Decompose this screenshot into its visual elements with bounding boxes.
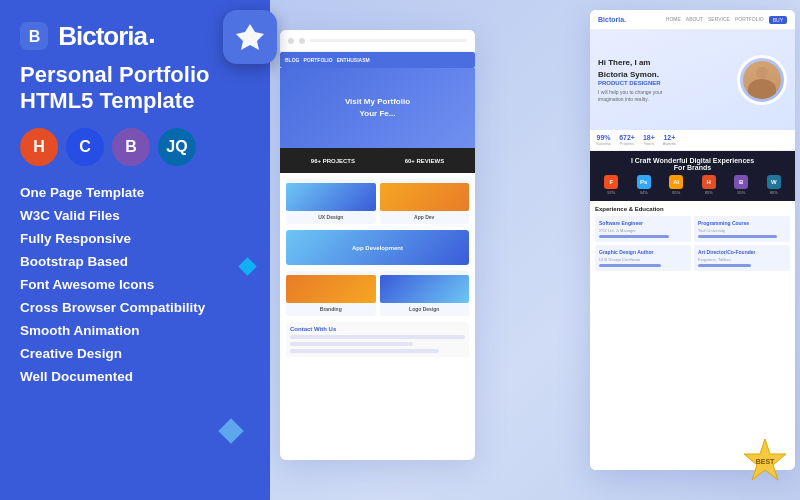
mock-card-2: App Dev [380,179,470,224]
nav-line [310,39,467,42]
mockup-right-dark-section: I Craft Wonderful Digital ExperiencesFor… [590,151,795,201]
mockup-left: BLOG PORTFOLIO ENTHUSIASM Visit My Portf… [280,30,475,460]
mockup-right: Bictoria. HOME ABOUT SERVICE PORTFOLIO B… [590,10,795,470]
feature-well-documented: Well Documented [20,366,250,387]
mock-card-grid: UX Design App Dev [286,179,469,224]
right-panel: BLOG PORTFOLIO ENTHUSIASM Visit My Portf… [270,0,800,500]
mockup-left-body: UX Design App Dev App Development Brandi… [280,173,475,460]
center-badge [223,10,277,64]
mockup-right-avatar [737,55,787,105]
mockup-left-stats: 96+ PROJECTS 60+ REVIEWS [280,148,475,173]
mockup-right-stats-row: 99% Success 672+ Projects 18+ Years 12+ … [590,130,795,151]
deco-diamond-3 [218,418,243,443]
skill-html: H 85% [694,175,725,195]
svg-marker-2 [236,24,264,50]
mock-card-3: Branding [286,271,376,316]
feature-responsive: Fully Responsive [20,228,250,249]
exp-card-2: Programming Course Tech University [694,216,790,242]
mock-card-4: Logo Design [380,271,470,316]
gold-badge: BEST [740,436,790,486]
exp-card-3: Graphic Design Author UUX Design Certifi… [595,245,691,271]
mock-card-grid-2: Branding Logo Design [286,271,469,316]
skill-photoshop: Ps 94% [629,175,660,195]
stat-awards: 12+ Awards [663,134,676,146]
logo-text: B Bictoria. [20,18,155,52]
tech-icons-row: H C B JQ [20,128,250,166]
left-panel: B Bictoria. Personal Portfolio HTML5 Tem… [0,0,270,500]
feature-w3c: W3C Valid Files [20,205,250,226]
mockup-left-nav [280,30,475,52]
jquery-icon: JQ [158,128,196,166]
skills-grid: F 92% Ps 94% Ai 85% H 85% B 95% [596,175,789,195]
exp-card-4: Art Director/Co-Founder Kingstone, Talib… [694,245,790,271]
mockup-right-hero-text: Hi There, I amBictoria Symon. PRODUCT DE… [598,57,731,102]
feature-creative-design: Creative Design [20,343,250,364]
html5-icon: H [20,128,58,166]
stat-experience: 18+ Years [643,134,655,146]
features-list: One Page Template W3C Valid Files Fully … [20,182,250,387]
mockup-right-portfolio: Experience & Education Software Engineer… [590,201,795,470]
mockup-left-hero: Visit My PortfolioYour Fe... [280,68,475,148]
feature-one-page: One Page Template [20,182,250,203]
mockup-right-nav-links: HOME ABOUT SERVICE PORTFOLIO BUY [666,16,787,24]
skill-illustrator: Ai 85% [661,175,692,195]
css3-icon: C [66,128,104,166]
skill-wordpress: W 86% [759,175,790,195]
svg-text:BEST: BEST [756,458,775,465]
stat-projects: 672+ Projects [619,134,635,146]
mock-card-1: UX Design [286,179,376,224]
logo-area: B Bictoria. [20,18,250,52]
skill-figma: F 92% [596,175,627,195]
feature-cross-browser: Cross Browser Compatibility [20,297,250,318]
skill-bootstrap: B 95% [726,175,757,195]
mockup-right-logo: Bictoria. [598,16,626,23]
mock-img-block: App Development [286,230,469,265]
svg-text:B: B [29,28,40,45]
mock-contact: Contact With Us [286,322,469,357]
page-title: Personal Portfolio HTML5 Template [20,62,250,115]
title-block: Personal Portfolio HTML5 Template [20,62,250,115]
mockup-right-hero: Hi There, I amBictoria Symon. PRODUCT DE… [590,30,795,130]
mockup-right-nav: Bictoria. HOME ABOUT SERVICE PORTFOLIO B… [590,10,795,30]
feature-font-awesome: Font Awesome Icons [20,274,250,295]
bootstrap-icon: B [112,128,150,166]
mockup-left-nav2: BLOG PORTFOLIO ENTHUSIASM [280,52,475,68]
nav-dot-1 [288,38,294,44]
feature-smooth-animation: Smooth Animation [20,320,250,341]
experience-cards: Software Engineer XYZ Ltd, Jr Manager Pr… [595,216,790,271]
stat-success: 99% Success [596,134,611,146]
feature-bootstrap: Bootstrap Based [20,251,250,272]
exp-card-1: Software Engineer XYZ Ltd, Jr Manager [595,216,691,242]
nav-dot-2 [299,38,305,44]
